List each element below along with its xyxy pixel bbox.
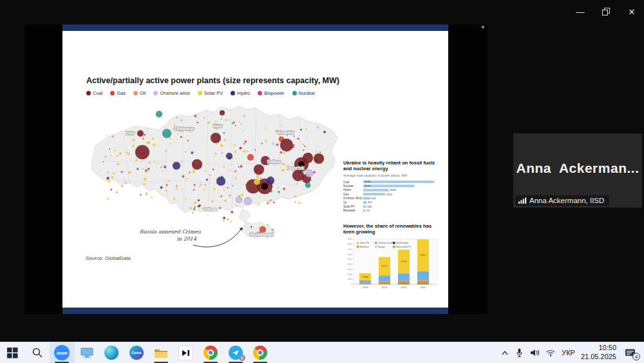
scatter-dot (119, 152, 122, 155)
scatter-dot (160, 167, 162, 168)
scatter-dot (240, 123, 242, 125)
scatter-dot (173, 199, 175, 201)
chart2-legend-label: Household PV (396, 246, 412, 248)
close-button[interactable]: ✕ (627, 7, 636, 16)
scatter-dot (102, 161, 104, 162)
taskbar-item-telegram[interactable]: 9 (223, 342, 249, 363)
search-icon (32, 347, 43, 358)
scatter-dot (215, 153, 217, 155)
scatter-dot (220, 118, 222, 120)
renewables-stacked-chart: 0100020003000400050006000700080009000138… (343, 237, 440, 296)
scatter-dot (232, 185, 234, 186)
microphone-icon[interactable] (515, 348, 524, 358)
scatter-dot (207, 215, 209, 216)
tray-chevron-up-icon[interactable] (500, 349, 509, 356)
scatter-dot (319, 152, 321, 153)
scatter-dot (177, 133, 178, 135)
wifi-icon[interactable] (545, 349, 556, 357)
scatter-dot (207, 121, 210, 124)
scatter-dot (279, 194, 280, 195)
scatter-dot (243, 150, 246, 153)
plant-coal (137, 130, 144, 137)
taskbar-item-search[interactable] (25, 342, 50, 363)
clock[interactable]: 10:50 21.05.2025 (581, 344, 616, 362)
legend-item: Nuclear (292, 90, 316, 96)
scatter-dot (180, 119, 182, 121)
chart2-segment-value: 4756 (401, 260, 407, 263)
scatter-dot (260, 196, 261, 197)
notification-center-button[interactable]: 4 (622, 346, 639, 360)
plant-coal (135, 145, 149, 159)
window-controls: — ✕ (559, 3, 644, 21)
scatter-dot (234, 151, 236, 153)
scatter-dot (236, 205, 238, 207)
restore-button[interactable] (601, 7, 611, 16)
chart2-legend-label: Small hydro (396, 242, 408, 244)
chart1-value-label: 3038 (390, 188, 396, 191)
scatter-dot (292, 162, 293, 164)
scatter-dot (213, 188, 215, 190)
participant-video-tile[interactable]: Anna Ackerman... Anna Ackermann, IISD (513, 133, 642, 208)
ukraine-map: LvivZhytomyrKyivKharkivDniproDonetskOdes… (84, 99, 341, 251)
taskbar-item-capcut[interactable] (174, 342, 199, 363)
chrome-icon (253, 346, 267, 360)
scatter-dot (137, 168, 139, 170)
taskbar-item-file-explorer[interactable] (149, 342, 174, 363)
plant-hydro (216, 177, 225, 186)
scatter-dot (132, 144, 135, 147)
scatter-dot (141, 161, 142, 162)
chart2-legend-swatch (357, 246, 359, 248)
taskbar-item-start[interactable] (0, 342, 25, 363)
plant-wind (244, 197, 252, 205)
speaker-icon[interactable] (529, 348, 540, 357)
legend-color-dot (86, 91, 91, 95)
taskbar-item-canva[interactable]: Canva (124, 342, 149, 363)
plant-nuclear (305, 182, 310, 188)
unread-badge: 9 (239, 355, 245, 361)
taskbar-item-chrome-2[interactable] (248, 342, 273, 363)
language-indicator[interactable]: УКР (562, 349, 575, 357)
scatter-dot (142, 168, 144, 170)
minimize-button[interactable]: — (576, 7, 585, 16)
scatter-dot (199, 186, 201, 188)
scatter-dot (243, 115, 246, 117)
scatter-dot (211, 200, 213, 202)
plant-coal (192, 159, 202, 170)
plant-hydro (267, 177, 274, 184)
legend-label: Oil (140, 90, 146, 96)
scatter-dot (175, 172, 176, 173)
scatter-dot (205, 170, 206, 171)
windows-start-icon (7, 348, 18, 358)
taskbar-item-display-app[interactable] (75, 342, 100, 363)
scatter-dot (219, 207, 221, 209)
taskbar-item-edge[interactable] (99, 342, 124, 363)
scatter-dot (313, 171, 316, 173)
system-tray: УКР 10:50 21.05.2025 4 (500, 342, 644, 363)
chart2-title: However, the share of renewables has bee… (343, 223, 441, 235)
scatter-dot (245, 141, 247, 143)
scatter-dot (224, 139, 226, 141)
city-label: Lviv (126, 131, 135, 135)
scatter-dot (126, 152, 128, 153)
scatter-dot (124, 179, 125, 180)
plant-nuclear (162, 129, 171, 138)
scatter-dot (128, 171, 131, 173)
plant-coal (303, 153, 313, 163)
chart1-category-label: Coal (343, 180, 349, 183)
chart2-legend-swatch (357, 242, 359, 244)
scatter-dot (300, 129, 302, 131)
chart2-ytick-label: 3000 (347, 268, 352, 271)
scatter-dot (140, 194, 142, 196)
scatter-dot (271, 229, 274, 231)
legend-color-dot (153, 91, 158, 95)
scatter-dot (147, 168, 150, 170)
scatter-dot (222, 146, 223, 147)
chart1-category-label: Solar PV (343, 205, 355, 208)
taskbar-item-zoom[interactable]: zoom (50, 342, 75, 363)
plant-nuclear (156, 111, 162, 117)
chart1-value-label: 8442 (365, 180, 371, 183)
scatter-dot (240, 165, 242, 168)
taskbar-item-chrome[interactable] (198, 342, 223, 363)
scatter-dot (223, 166, 225, 168)
scatter-dot (251, 226, 252, 228)
